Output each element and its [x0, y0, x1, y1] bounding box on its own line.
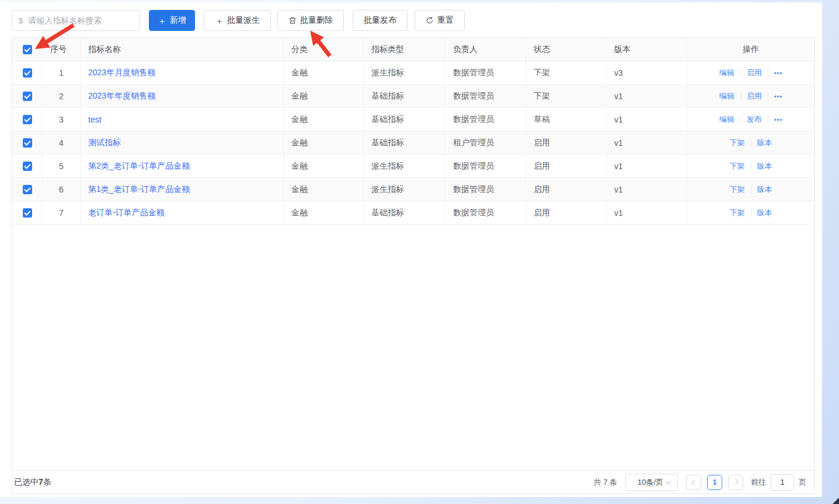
column-header-type: 指标类型 — [364, 38, 445, 61]
row-owner: 数据管理员 — [445, 61, 526, 84]
table-body: 1 2023年月度销售额 金融 派生指标 数据管理员 下架 v3 编辑启用•••… — [12, 61, 814, 225]
add-button[interactable]: ＋ 新增 — [149, 10, 195, 31]
row-category: 金融 — [284, 131, 364, 154]
row-actions: 下架版本 — [687, 201, 814, 224]
page-number-button[interactable]: 1 — [707, 475, 722, 490]
reset-button[interactable]: 重置 — [415, 10, 465, 31]
row-status: 启用 — [526, 131, 607, 154]
row-number: 7 — [43, 201, 81, 224]
row-version: v1 — [607, 178, 687, 201]
action-divider — [768, 69, 768, 76]
row-type: 基础指标 — [364, 131, 445, 154]
row-checkbox[interactable] — [23, 92, 32, 101]
batch-publish-button[interactable]: 批量发布 — [353, 10, 408, 31]
indicator-name-link[interactable]: 第1类_老订单-订单产品金额 — [88, 184, 190, 195]
more-actions-button[interactable]: ••• — [774, 116, 783, 123]
row-number: 4 — [43, 131, 81, 154]
row-action-link[interactable]: 版本 — [757, 138, 772, 148]
search-input-wrapper: $ — [12, 10, 140, 31]
indicator-name-link[interactable]: 2023年年度销售额 — [88, 91, 155, 102]
row-action-link[interactable]: 版本 — [757, 184, 772, 195]
selected-count-text: 已选中7条 — [14, 477, 51, 488]
row-checkbox[interactable] — [23, 68, 32, 78]
row-type: 基础指标 — [364, 201, 445, 224]
page-size-select[interactable]: 10条/页 — [625, 474, 678, 491]
action-divider — [768, 116, 768, 123]
row-category: 金融 — [284, 155, 364, 177]
table-row: 5 第2类_老订单-订单产品金额 金融 派生指标 数据管理员 启用 v1 下架版… — [12, 155, 814, 178]
indicator-name-link[interactable]: 2023年月度销售额 — [88, 68, 155, 78]
next-page-button[interactable] — [728, 475, 743, 490]
action-divider — [768, 92, 768, 100]
row-checkbox[interactable] — [23, 185, 32, 194]
row-status: 草稿 — [526, 108, 607, 131]
row-status: 启用 — [526, 155, 607, 177]
row-status: 下架 — [526, 61, 607, 84]
row-owner: 数据管理员 — [445, 108, 526, 131]
row-owner: 租户管理员 — [445, 131, 526, 154]
corner-artifact — [833, 498, 839, 504]
search-input[interactable] — [28, 16, 134, 25]
column-header-operations: 操作 — [687, 38, 814, 61]
row-action-link[interactable]: 编辑 — [719, 68, 734, 78]
batch-derive-button[interactable]: ＋ 批量派生 — [204, 10, 271, 31]
row-type: 基础指标 — [364, 108, 445, 131]
toolbar: $ ＋ 新增 ＋ 批量派生 批量删除 批量发布 — [12, 10, 465, 31]
row-number: 2 — [43, 85, 81, 107]
row-owner: 数据管理员 — [445, 178, 526, 201]
row-action-link[interactable]: 发布 — [747, 114, 762, 125]
row-action-link[interactable]: 下架 — [730, 138, 745, 148]
row-checkbox[interactable] — [23, 115, 32, 124]
table-row: 2 2023年年度销售额 金融 基础指标 数据管理员 下架 v1 编辑启用••• — [12, 85, 814, 108]
row-type: 基础指标 — [364, 85, 445, 107]
prev-page-button[interactable] — [686, 475, 701, 490]
indicator-name-link[interactable]: 老订单-订单产品金额 — [88, 208, 165, 218]
row-checkbox[interactable] — [23, 138, 32, 148]
more-actions-button[interactable]: ••• — [774, 93, 783, 100]
indicator-name-link[interactable]: test — [88, 115, 102, 124]
row-version: v1 — [607, 108, 687, 131]
action-divider — [751, 186, 751, 193]
row-version: v3 — [607, 61, 687, 84]
pagination: 共 7 条 10条/页 1 前往 页 — [594, 474, 806, 491]
column-header-status: 状态 — [526, 38, 607, 61]
content-panel: $ ＋ 新增 ＋ 批量派生 批量删除 批量发布 — [0, 2, 822, 497]
table-row: 6 第1类_老订单-订单产品金额 金融 派生指标 数据管理员 启用 v1 下架版… — [12, 178, 814, 201]
row-action-link[interactable]: 版本 — [757, 161, 772, 172]
row-action-link[interactable]: 下架 — [730, 208, 745, 218]
table-row: 4 测试指标 金融 基础指标 租户管理员 启用 v1 下架版本 — [12, 131, 814, 155]
action-divider — [740, 116, 741, 123]
action-divider — [751, 162, 751, 170]
row-number: 5 — [43, 155, 81, 177]
row-action-link[interactable]: 下架 — [730, 184, 745, 195]
action-divider — [740, 69, 741, 76]
row-checkbox[interactable] — [23, 162, 32, 171]
indicator-name-link[interactable]: 测试指标 — [88, 138, 121, 148]
plus-icon: ＋ — [215, 16, 224, 25]
row-checkbox[interactable] — [23, 208, 32, 218]
batch-delete-button[interactable]: 批量删除 — [277, 10, 344, 31]
row-action-link[interactable]: 编辑 — [719, 114, 734, 125]
indicator-name-link[interactable]: 第2类_老订单-订单产品金额 — [88, 161, 190, 172]
row-number: 6 — [43, 178, 81, 201]
row-action-link[interactable]: 启用 — [747, 68, 762, 78]
row-owner: 数据管理员 — [445, 201, 526, 224]
row-action-link[interactable]: 启用 — [747, 91, 762, 102]
row-action-link[interactable]: 下架 — [730, 161, 745, 172]
row-action-link[interactable]: 编辑 — [719, 91, 734, 102]
row-category: 金融 — [284, 61, 364, 84]
table-row: 3 test 金融 基础指标 数据管理员 草稿 v1 编辑发布••• — [12, 108, 814, 131]
row-actions: 下架版本 — [687, 131, 814, 154]
column-header-category: 分类 — [284, 38, 364, 61]
row-number: 3 — [43, 108, 81, 131]
row-category: 金融 — [284, 108, 364, 131]
row-actions: 编辑发布••• — [687, 108, 814, 131]
row-owner: 数据管理员 — [445, 155, 526, 177]
chevron-right-icon — [732, 479, 738, 485]
select-all-checkbox[interactable] — [23, 45, 32, 54]
more-actions-button[interactable]: ••• — [774, 69, 783, 76]
column-header-no: 序号 — [43, 38, 81, 61]
goto-page-input[interactable] — [771, 474, 794, 491]
plus-icon: ＋ — [158, 16, 166, 25]
row-action-link[interactable]: 版本 — [757, 208, 772, 218]
